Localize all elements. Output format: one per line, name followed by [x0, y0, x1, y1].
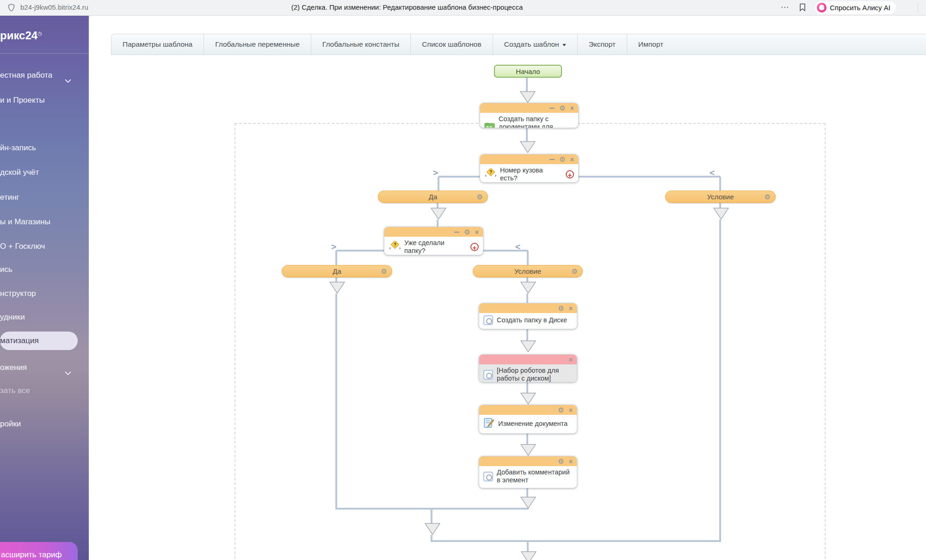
arrowhead — [520, 444, 536, 456]
folder-icon — [484, 122, 495, 129]
connector-line — [437, 220, 438, 227]
arrowhead — [520, 282, 536, 294]
node-condition-vin[interactable]: ⚙ × ? Номер кузова есть? + — [480, 154, 579, 183]
add-branch-icon[interactable]: + — [470, 243, 479, 251]
toolbar-global-constants[interactable]: Глобальные константы — [311, 34, 411, 55]
sidebar-item-sign[interactable]: ись — [0, 263, 12, 277]
sidebar-item-constructor[interactable]: нструктор — [0, 287, 36, 301]
toolbar-export[interactable]: Экспорт — [578, 34, 627, 55]
shield-icon — [8, 4, 15, 13]
connector-line — [527, 540, 529, 552]
ask-alice-button[interactable]: Спросить Алису AI — [815, 1, 896, 14]
sidebar-item-apps[interactable]: ожения — [0, 361, 27, 375]
gear-icon[interactable]: ⚙ — [558, 458, 564, 465]
gear-icon[interactable]: ⚙ — [464, 229, 470, 235]
node-robot-set-disabled[interactable]: × [Набор роботов для работы с диском] — [479, 354, 577, 382]
close-icon[interactable]: × — [570, 156, 574, 163]
branch-yes-bar[interactable]: Да ⚙ — [282, 265, 392, 277]
sidebar-item-show-all[interactable]: зать все — [0, 384, 30, 398]
connector-line — [579, 176, 720, 178]
node-create-client-folder[interactable]: ⚙ × Создать папку с документами для клие… — [480, 103, 579, 128]
node-create-disk-folder[interactable]: ⚙ × Создать папку в Диске — [479, 303, 577, 329]
node-condition-folder[interactable]: ⚙ × ? Уже сделали папку? + — [384, 227, 483, 255]
add-branch-icon[interactable]: + — [566, 170, 574, 178]
toolbar-template-params[interactable]: Параметры шаблона — [111, 34, 204, 55]
sidebar-item-automation[interactable]: матизация — [0, 334, 39, 348]
connector-line — [526, 294, 528, 303]
gear-icon[interactable]: ⚙ — [381, 267, 387, 276]
sidebar-item-marketing[interactable]: етинг — [0, 191, 19, 204]
minimize-icon[interactable] — [549, 159, 555, 160]
arrowhead — [521, 551, 537, 560]
gear-icon[interactable]: ⚙ — [559, 105, 565, 111]
sidebar-item-settings[interactable]: ройки — [0, 417, 21, 431]
sidebar-item-goskey[interactable]: О + Госключ — [0, 240, 45, 253]
gear-icon[interactable]: ⚙ — [477, 193, 483, 201]
branch-marker-right[interactable]: > — [433, 168, 438, 178]
node-label: Уже сделали папку? — [404, 239, 467, 255]
gear-icon[interactable]: ⚙ — [559, 156, 565, 163]
ask-alice-label: Спросить Алису AI — [830, 4, 890, 12]
gear-icon[interactable]: ⚙ — [558, 407, 564, 413]
toolbar-import[interactable]: Импорт — [627, 34, 674, 55]
connector-line — [431, 540, 721, 542]
bookmark-icon[interactable] — [799, 3, 806, 13]
connector-line — [482, 250, 528, 252]
close-icon[interactable]: × — [569, 458, 573, 465]
robot-icon — [483, 370, 493, 380]
sidebar-item-collaboration[interactable]: естная работа — [0, 68, 52, 82]
connector-line — [431, 508, 432, 524]
node-add-comment[interactable]: ⚙ × Добавить комментарий в элемент — [479, 456, 577, 488]
toolbar-template-list[interactable]: Список шаблонов — [411, 34, 493, 55]
connector-line — [335, 294, 337, 510]
sidebar-item-inventory[interactable]: дской учёт — [0, 166, 39, 179]
sidebar-item-tasks-projects[interactable]: и и Проекты — [0, 93, 45, 107]
close-icon[interactable]: × — [475, 229, 479, 235]
close-icon[interactable]: × — [569, 357, 573, 363]
arrowhead — [520, 393, 536, 405]
branch-yes-bar[interactable]: Да ⚙ — [378, 191, 488, 203]
branch-marker-left[interactable]: < — [710, 168, 715, 178]
browser-bar: b24-j9kw05.bitrix24.ru (2) Сделка. При и… — [0, 0, 926, 16]
condition-icon: ? — [484, 168, 496, 180]
svg-text:?: ? — [394, 242, 396, 247]
branch-else-bar[interactable]: Условие ⚙ — [473, 265, 583, 277]
more-icon[interactable]: ⋯ — [781, 2, 789, 12]
sidebar-item-employees[interactable]: удники — [0, 310, 25, 324]
branch-else-bar[interactable]: Условие ⚙ — [665, 191, 776, 203]
connector-line — [526, 128, 528, 141]
node-label: Создать папку в Диске — [497, 316, 567, 324]
close-icon[interactable]: × — [569, 407, 573, 413]
gear-icon[interactable]: ⚙ — [572, 267, 578, 276]
connector-line — [719, 177, 721, 191]
gear-icon[interactable]: ⚙ — [558, 305, 564, 312]
connector-line — [526, 382, 528, 394]
start-node[interactable]: Начало — [494, 65, 562, 78]
node-label: Создать папку с документами для клиента — [499, 115, 574, 128]
toolbar-global-variables[interactable]: Глобальные переменные — [204, 34, 311, 55]
node-edit-document[interactable]: ⚙ × Изменение документа — [479, 405, 577, 434]
sidebar-item-sites-stores[interactable]: ы и Магазины — [0, 215, 50, 229]
alice-icon — [817, 3, 827, 12]
connector-line — [526, 329, 528, 341]
address-bar-url[interactable]: b24-j9kw05.bitrix24.ru — [20, 3, 88, 11]
sidebar: рикс24◷ естная работа и и Проекты йн-зап… — [0, 15, 89, 560]
branch-marker-right[interactable]: > — [331, 242, 336, 252]
connector-line — [719, 220, 721, 542]
arrowhead — [520, 141, 536, 153]
node-header: ⚙ × — [479, 456, 577, 466]
node-label: Изменение документа — [498, 420, 568, 428]
arrowhead — [431, 208, 446, 220]
branch-marker-left[interactable]: < — [515, 242, 520, 252]
minimize-icon[interactable] — [454, 232, 459, 233]
gear-icon[interactable]: ⚙ — [765, 193, 771, 201]
node-header: × — [479, 355, 577, 364]
arrowhead — [425, 523, 440, 535]
upgrade-plan-button[interactable]: асширить тариф — [0, 542, 78, 560]
close-icon[interactable]: × — [569, 305, 573, 312]
node-label: Добавить комментарий в элемент — [497, 468, 573, 484]
sidebar-item-online-booking[interactable]: йн-запись — [0, 141, 36, 155]
close-icon[interactable]: × — [570, 105, 574, 111]
minimize-icon[interactable] — [549, 108, 555, 109]
toolbar-create-template[interactable]: Создать шаблон — [493, 34, 578, 55]
